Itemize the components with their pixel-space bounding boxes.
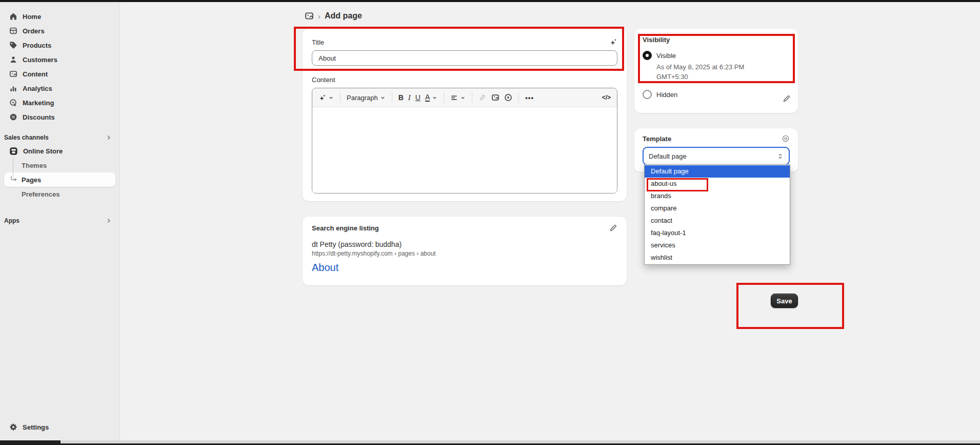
sidebar-item-label: Customers [23,56,57,64]
editor-text-area[interactable] [312,107,617,194]
chevron-down-icon [328,95,334,101]
align-left-icon [450,94,458,102]
apps-header[interactable]: Apps [0,215,119,227]
edit-pencil-icon[interactable] [609,224,617,232]
toolbar-divider [472,92,472,103]
template-select[interactable]: Default page [643,147,790,165]
editor-toolbar: Paragraph B I U A [312,88,617,107]
sidebar-item-online-store[interactable]: Online Store [0,144,119,158]
dropdown-option-compare[interactable]: compare [645,202,790,215]
visible-label: Visible [656,52,676,60]
more-options-button[interactable]: ••• [525,94,534,102]
chevron-down-icon [460,95,466,101]
sidebar-item-home[interactable]: Home [0,9,119,24]
alignment-button[interactable] [450,94,466,102]
toolbar-divider [340,92,341,103]
marketing-target-icon [9,99,17,107]
ai-assist-button[interactable] [318,94,334,102]
seo-heading: Search engine listing [312,224,379,232]
sidebar-item-label: Marketing [23,99,54,107]
sidebar-item-label: Pages [22,176,41,184]
insert-image-icon[interactable] [491,93,499,102]
dropdown-option-services[interactable]: services [645,239,790,251]
paragraph-style-label: Paragraph [347,94,378,102]
hidden-label: Hidden [656,91,677,99]
visibility-heading: Visibility [643,36,790,44]
insert-video-icon[interactable] [504,93,512,102]
online-store-icon [9,147,18,156]
title-content-card: Title Content Paragraph B I U [303,29,627,201]
text-color-button[interactable]: A [425,93,437,102]
page-breadcrumb-icon[interactable] [305,11,314,21]
template-selected-value: Default page [649,152,687,160]
sidebar-item-marketing[interactable]: Marketing [0,95,119,110]
sidebar-item-pages[interactable]: Pages [4,172,115,187]
breadcrumb: › Add page [305,11,362,21]
insert-link-icon[interactable] [478,93,487,102]
chevron-right-icon [105,134,112,141]
orders-icon [9,27,17,35]
seo-url: https://dt-petty.myshopify.com › pages ›… [312,250,617,257]
products-tag-icon [9,41,17,49]
window-top-edge [0,0,980,2]
sidebar-item-label: Content [23,70,48,78]
bold-button[interactable]: B [398,93,404,102]
breadcrumb-separator: › [318,12,321,21]
dropdown-option-default-page[interactable]: Default page [645,165,790,178]
hidden-radio[interactable] [643,90,652,99]
edit-visibility-pencil-icon[interactable] [783,94,791,103]
tree-connector-line [13,158,13,178]
sidebar-item-customers[interactable]: Customers [0,52,119,67]
dropdown-option-contact[interactable]: contact [645,215,790,227]
save-button[interactable]: Save [771,294,798,308]
sidebar-item-settings[interactable]: Settings [0,420,119,434]
template-dropdown-list: Default page about-us brands compare con… [644,164,790,265]
seo-card: Search engine listing dt Petty (password… [303,217,627,285]
show-html-button[interactable]: </> [602,94,611,101]
sidebar-item-content[interactable]: Content [0,67,119,81]
select-updown-icon [777,153,784,160]
sidebar-item-orders[interactable]: Orders [0,24,119,38]
gear-icon [9,423,17,431]
sidebar-item-label: Online Store [23,147,63,155]
paragraph-style-dropdown[interactable]: Paragraph [347,94,386,102]
home-icon [9,12,17,21]
preview-eye-icon[interactable] [782,134,790,143]
template-heading: Template [643,135,671,143]
dropdown-option-about-us[interactable]: about-us [645,178,790,190]
sidebar-item-analytics[interactable]: Analytics [0,81,119,95]
seo-site-title: dt Petty (password: buddha) [312,240,617,248]
sidebar-item-themes[interactable]: Themes [0,158,119,172]
sidebar-item-label: Home [23,13,41,21]
toolbar-divider [518,92,519,103]
text-color-letter: A [425,93,430,102]
dropdown-option-wishlist[interactable]: wishlist [645,251,790,264]
sidebar-item-products[interactable]: Products [0,38,119,52]
sidebar-item-label: Analytics [23,85,52,92]
dropdown-option-brands[interactable]: brands [645,190,790,202]
visible-radio-row[interactable]: Visible [643,51,790,60]
ai-sparkle-icon [318,94,326,102]
sales-channels-header[interactable]: Sales channels [0,131,119,144]
chevron-right-icon [105,217,112,224]
main-nav: Home Orders Products Customers Content A… [0,2,119,124]
tree-branch-arrow-icon [10,176,17,183]
dropdown-option-faq-layout-1[interactable]: faq-layout-1 [645,227,790,239]
sidebar: Home Orders Products Customers Content A… [0,2,120,440]
sidebar-item-label: Preferences [22,190,59,198]
sidebar-item-label: Discounts [23,113,55,121]
sidebar-item-label: Orders [23,27,45,35]
hidden-radio-row[interactable]: Hidden [643,90,790,99]
sidebar-item-preferences[interactable]: Preferences [0,187,119,201]
visible-radio[interactable] [643,51,652,60]
ai-sparkle-icon[interactable] [609,38,617,46]
discounts-badge-icon [9,113,17,121]
content-field-label: Content [312,76,617,84]
title-input[interactable] [312,50,617,66]
italic-button[interactable]: I [408,93,411,102]
rich-text-editor: Paragraph B I U A [312,88,617,194]
underline-button[interactable]: U [415,93,421,102]
sidebar-item-discounts[interactable]: Discounts [0,110,119,124]
customers-person-icon [9,55,17,64]
page-title: Add page [325,11,362,21]
